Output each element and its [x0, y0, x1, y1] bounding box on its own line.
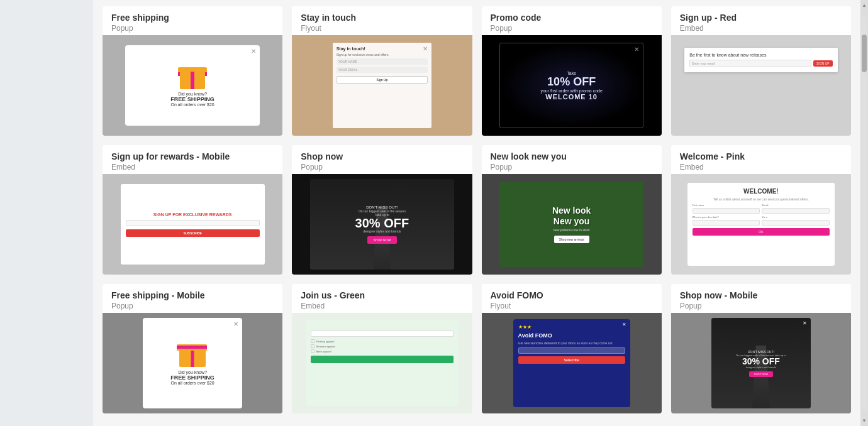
card-join-us-green[interactable]: Join us - Green Embed Fantasy apparel [292, 284, 472, 413]
shop-mobile-inner: ✕ DON'T MISS OUT! On our biggest sale of… [711, 318, 810, 408]
close-icon: ✕ [251, 48, 256, 55]
close-icon-fomo: ✕ [622, 322, 626, 327]
welcome-pink-due-date-group: When is your due date? [693, 216, 760, 226]
main-content: Free shipping Popup ✕ Did you kn [93, 0, 860, 426]
card-type-free-shipping-mobile: Popup [111, 302, 274, 310]
template-grid: Free shipping Popup ✕ Did you kn [103, 6, 851, 413]
card-sign-up-rewards-mobile[interactable]: Sign up for rewards - Mobile Embed SIGN … [103, 145, 282, 275]
new-look-inner: New lookNew you New patterns now in stoc… [499, 182, 643, 267]
join-btn [311, 356, 453, 363]
fomo-subscribe-btn: Subscribe [518, 356, 625, 364]
scrollbar[interactable]: ▲ ▼ [860, 0, 868, 426]
new-look-sub: New patterns now in stock [552, 228, 591, 232]
card-header-free-shipping: Free shipping Popup [103, 6, 282, 35]
welcome-pink-email-label: Email [762, 204, 830, 207]
card-header-stay-in-touch: Stay in touch Flyout [292, 6, 472, 35]
card-header-rewards: Sign up for rewards - Mobile Embed [103, 145, 282, 174]
free-shipping-mobile-sub: On all orders over $20 [170, 381, 214, 385]
join-checkbox-1 [311, 339, 314, 343]
shop-now-inner: DON'T MISS OUT! On our biggest sale of t… [310, 179, 454, 270]
welcome-pink-email-group: Email [762, 204, 830, 214]
welcome-pink-btn-text: OK [759, 230, 763, 234]
card-header-welcome-pink: Welcome - Pink Embed [671, 145, 851, 174]
welcome-pink-due-date-label: When is your due date? [693, 216, 760, 219]
join-checkboxes: Fantasy apparel Womens apparel Mens appa… [311, 339, 453, 353]
card-sign-up-red[interactable]: Sign up - Red Embed Be the first to know… [671, 6, 851, 136]
welcome-pink-its-a-group: It's a [762, 216, 830, 226]
scrollbar-track[interactable] [862, 16, 867, 410]
fomo-btn-text: Subscribe [564, 358, 579, 362]
card-header-shop-now-mobile: Shop now - Mobile Popup [671, 284, 851, 313]
card-shop-now[interactable]: Shop now Popup DON'T MISS OUT! On our bi… [292, 145, 472, 275]
signup-red-input: Enter your email [689, 60, 811, 67]
card-shop-now-mobile[interactable]: Shop now - Mobile Popup ✕ DON'T MISS OUT… [671, 284, 851, 413]
signup-red-row: Enter your email SIGN UP [689, 60, 832, 67]
stay-in-touch-inner: ✕ Stay in touch! Sign up for exclusive n… [333, 43, 431, 128]
card-type-rewards: Embed [111, 163, 274, 172]
welcome-pink-its-a-label: It's a [762, 216, 830, 219]
promo-inner: ✕ Take 10% OFF your first order with pro… [499, 43, 643, 128]
scroll-down-arrow[interactable]: ▼ [859, 415, 868, 426]
gift-mobile [177, 342, 208, 367]
join-option-2: Womens apparel [311, 344, 453, 348]
join-option-3: Mens apparel [311, 349, 453, 353]
card-header-join-green: Join us - Green Embed [292, 284, 472, 313]
scroll-up-arrow[interactable]: ▲ [859, 0, 868, 11]
join-checkbox-2 [311, 344, 314, 348]
card-header-new-look: New look new you Popup [482, 145, 662, 174]
card-title-sign-up-red: Sign up - Red [680, 13, 842, 23]
close-icon-shop-mobile: ✕ [803, 320, 807, 326]
card-avoid-fomo[interactable]: Avoid FOMO Flyout ✕ ★★★ Avoid FOMO Get n… [482, 284, 662, 413]
join-checkbox-3 [311, 349, 314, 353]
card-preview-stay-in-touch: ✕ Stay in touch! Sign up for exclusive n… [292, 35, 472, 136]
card-stay-in-touch[interactable]: Stay in touch Flyout ✕ Stay in touch! Si… [292, 6, 472, 136]
rewards-btn-text: SUBSCRIBE [183, 231, 201, 235]
scrollbar-thumb[interactable] [862, 35, 867, 72]
card-preview-shop-now: DON'T MISS OUT! On our biggest sale of t… [292, 174, 472, 275]
card-preview-free-shipping: ✕ Did you know? FREE SHIPPING On all ord… [103, 35, 282, 136]
card-type-join-green: Embed [301, 302, 463, 310]
card-header-shop-now: Shop now Popup [292, 145, 472, 174]
card-type-new-look: Popup [491, 163, 653, 172]
welcome-pink-its-a-field [762, 220, 830, 226]
shop-mobile-text: DON'T MISS OUT! On our biggest sale of t… [736, 350, 786, 369]
signup-red-inner: Be the first to know about new releases … [684, 48, 837, 72]
card-type-shop-now: Popup [301, 163, 463, 172]
card-header-avoid-fomo: Avoid FOMO Flyout [482, 284, 662, 313]
welcome-pink-due-date-field [693, 220, 760, 226]
card-free-shipping-mobile[interactable]: Free shipping - Mobile Popup ✕ D [103, 284, 282, 413]
gift-ribbon-v [191, 72, 194, 89]
card-preview-promo-code: ✕ Take 10% OFF your first order with pro… [482, 35, 662, 136]
shop-mobile-btn: SHOP NOW [749, 371, 773, 377]
card-title-free-shipping: Free shipping [111, 13, 274, 23]
gift-body [180, 72, 205, 89]
free-shipping-mobile-main: FREE SHIPPING [170, 374, 214, 381]
card-welcome-pink[interactable]: Welcome - Pink Embed WELCOME! Tell us a … [671, 145, 851, 275]
shop-now-text: DON'T MISS OUT! On our biggest sale of t… [355, 205, 409, 233]
gift-box [177, 64, 208, 89]
welcome-pink-first-name-field [693, 208, 760, 214]
card-promo-code[interactable]: Promo code Popup ✕ Take 10% OFF your fir… [482, 6, 662, 136]
card-preview-welcome-pink: WELCOME! Tell us a little about yourself… [671, 174, 851, 275]
close-icon-free-ship-mobile: ✕ [233, 320, 238, 327]
join-email-field [311, 330, 453, 337]
card-header-free-shipping-mobile: Free shipping - Mobile Popup [103, 284, 282, 313]
card-title-shop-now: Shop now [301, 151, 463, 161]
card-type-sign-up-red: Embed [680, 24, 842, 33]
promo-sparkles [500, 43, 643, 128]
card-new-look[interactable]: New look new you Popup New lookNew you N… [482, 145, 662, 275]
free-shipping-inner: ✕ Did you know? FREE SHIPPING On all ord… [125, 45, 260, 126]
welcome-pink-grid: First name Email When is your due date? [693, 204, 830, 226]
fomo-email-field [518, 347, 625, 354]
card-preview-free-shipping-mobile: ✕ Did you know? FREE SHIPPING On all ord… [103, 313, 282, 413]
card-title-avoid-fomo: Avoid FOMO [491, 290, 653, 300]
card-free-shipping[interactable]: Free shipping Popup ✕ Did you kn [103, 6, 282, 136]
fomo-title: Avoid FOMO [518, 332, 625, 339]
card-preview-join-green: Fantasy apparel Womens apparel Mens appa… [292, 313, 472, 413]
card-title-stay-in-touch: Stay in touch [301, 13, 463, 23]
fomo-sub: Get new launches delivered to your inbox… [518, 341, 625, 345]
stay-email-field: YOUR EMAIL [337, 67, 428, 73]
welcome-pink-title: WELCOME! [693, 188, 830, 195]
join-label-1: Fantasy apparel [316, 340, 335, 343]
card-title-join-green: Join us - Green [301, 290, 463, 300]
